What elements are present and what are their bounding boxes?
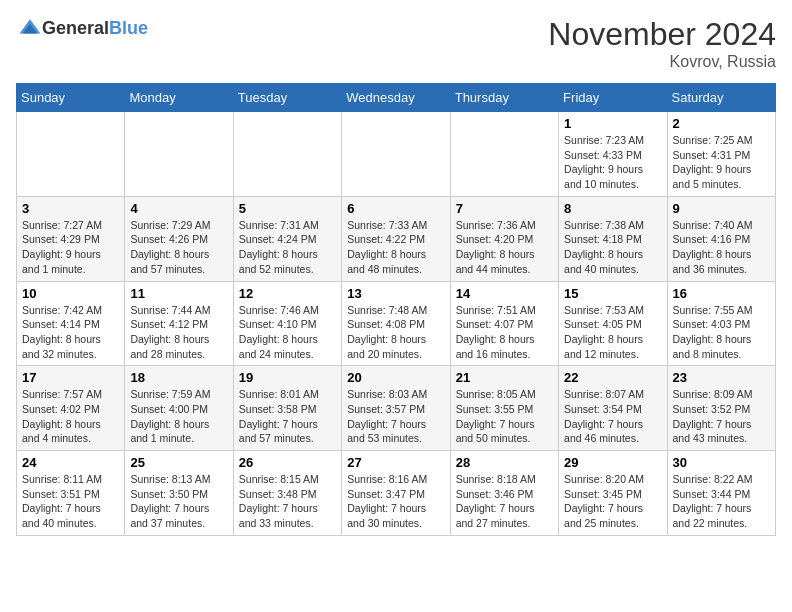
logo-blue: Blue xyxy=(109,18,148,38)
logo: GeneralBlue xyxy=(16,16,148,40)
day-info: Sunrise: 8:20 AM Sunset: 3:45 PM Dayligh… xyxy=(564,472,661,531)
month-title: November 2024 xyxy=(548,16,776,53)
table-row: 2Sunrise: 7:25 AM Sunset: 4:31 PM Daylig… xyxy=(667,112,775,197)
day-info: Sunrise: 7:44 AM Sunset: 4:12 PM Dayligh… xyxy=(130,303,227,362)
table-row: 25Sunrise: 8:13 AM Sunset: 3:50 PM Dayli… xyxy=(125,451,233,536)
col-wednesday: Wednesday xyxy=(342,84,450,112)
col-sunday: Sunday xyxy=(17,84,125,112)
table-row: 3Sunrise: 7:27 AM Sunset: 4:29 PM Daylig… xyxy=(17,196,125,281)
day-info: Sunrise: 7:29 AM Sunset: 4:26 PM Dayligh… xyxy=(130,218,227,277)
day-number: 24 xyxy=(22,455,119,470)
day-number: 25 xyxy=(130,455,227,470)
col-friday: Friday xyxy=(559,84,667,112)
day-info: Sunrise: 8:09 AM Sunset: 3:52 PM Dayligh… xyxy=(673,387,770,446)
day-number: 14 xyxy=(456,286,553,301)
table-row: 10Sunrise: 7:42 AM Sunset: 4:14 PM Dayli… xyxy=(17,281,125,366)
col-tuesday: Tuesday xyxy=(233,84,341,112)
table-row: 14Sunrise: 7:51 AM Sunset: 4:07 PM Dayli… xyxy=(450,281,558,366)
table-row: 15Sunrise: 7:53 AM Sunset: 4:05 PM Dayli… xyxy=(559,281,667,366)
table-row xyxy=(125,112,233,197)
table-row: 28Sunrise: 8:18 AM Sunset: 3:46 PM Dayli… xyxy=(450,451,558,536)
table-row: 27Sunrise: 8:16 AM Sunset: 3:47 PM Dayli… xyxy=(342,451,450,536)
day-info: Sunrise: 7:51 AM Sunset: 4:07 PM Dayligh… xyxy=(456,303,553,362)
col-saturday: Saturday xyxy=(667,84,775,112)
day-number: 21 xyxy=(456,370,553,385)
day-number: 26 xyxy=(239,455,336,470)
day-info: Sunrise: 8:11 AM Sunset: 3:51 PM Dayligh… xyxy=(22,472,119,531)
table-row: 12Sunrise: 7:46 AM Sunset: 4:10 PM Dayli… xyxy=(233,281,341,366)
table-row: 19Sunrise: 8:01 AM Sunset: 3:58 PM Dayli… xyxy=(233,366,341,451)
col-thursday: Thursday xyxy=(450,84,558,112)
day-info: Sunrise: 7:36 AM Sunset: 4:20 PM Dayligh… xyxy=(456,218,553,277)
day-info: Sunrise: 7:27 AM Sunset: 4:29 PM Dayligh… xyxy=(22,218,119,277)
day-info: Sunrise: 8:15 AM Sunset: 3:48 PM Dayligh… xyxy=(239,472,336,531)
day-info: Sunrise: 8:07 AM Sunset: 3:54 PM Dayligh… xyxy=(564,387,661,446)
table-row: 4Sunrise: 7:29 AM Sunset: 4:26 PM Daylig… xyxy=(125,196,233,281)
table-row: 9Sunrise: 7:40 AM Sunset: 4:16 PM Daylig… xyxy=(667,196,775,281)
logo-icon xyxy=(18,16,42,40)
day-number: 9 xyxy=(673,201,770,216)
day-number: 27 xyxy=(347,455,444,470)
day-info: Sunrise: 7:55 AM Sunset: 4:03 PM Dayligh… xyxy=(673,303,770,362)
day-number: 18 xyxy=(130,370,227,385)
calendar-week-row: 3Sunrise: 7:27 AM Sunset: 4:29 PM Daylig… xyxy=(17,196,776,281)
day-number: 6 xyxy=(347,201,444,216)
location-title: Kovrov, Russia xyxy=(548,53,776,71)
day-number: 7 xyxy=(456,201,553,216)
table-row: 6Sunrise: 7:33 AM Sunset: 4:22 PM Daylig… xyxy=(342,196,450,281)
day-number: 30 xyxy=(673,455,770,470)
day-number: 23 xyxy=(673,370,770,385)
table-row: 16Sunrise: 7:55 AM Sunset: 4:03 PM Dayli… xyxy=(667,281,775,366)
day-info: Sunrise: 7:57 AM Sunset: 4:02 PM Dayligh… xyxy=(22,387,119,446)
day-info: Sunrise: 7:46 AM Sunset: 4:10 PM Dayligh… xyxy=(239,303,336,362)
day-number: 15 xyxy=(564,286,661,301)
day-info: Sunrise: 8:03 AM Sunset: 3:57 PM Dayligh… xyxy=(347,387,444,446)
table-row: 7Sunrise: 7:36 AM Sunset: 4:20 PM Daylig… xyxy=(450,196,558,281)
table-row xyxy=(450,112,558,197)
calendar-week-row: 1Sunrise: 7:23 AM Sunset: 4:33 PM Daylig… xyxy=(17,112,776,197)
table-row: 21Sunrise: 8:05 AM Sunset: 3:55 PM Dayli… xyxy=(450,366,558,451)
day-info: Sunrise: 8:18 AM Sunset: 3:46 PM Dayligh… xyxy=(456,472,553,531)
table-row: 13Sunrise: 7:48 AM Sunset: 4:08 PM Dayli… xyxy=(342,281,450,366)
header: GeneralBlue November 2024 Kovrov, Russia xyxy=(16,16,776,71)
day-info: Sunrise: 7:23 AM Sunset: 4:33 PM Dayligh… xyxy=(564,133,661,192)
table-row: 30Sunrise: 8:22 AM Sunset: 3:44 PM Dayli… xyxy=(667,451,775,536)
day-number: 1 xyxy=(564,116,661,131)
logo-general: General xyxy=(42,18,109,38)
day-number: 20 xyxy=(347,370,444,385)
day-info: Sunrise: 8:13 AM Sunset: 3:50 PM Dayligh… xyxy=(130,472,227,531)
day-info: Sunrise: 7:25 AM Sunset: 4:31 PM Dayligh… xyxy=(673,133,770,192)
table-row xyxy=(17,112,125,197)
day-number: 29 xyxy=(564,455,661,470)
day-number: 17 xyxy=(22,370,119,385)
day-info: Sunrise: 7:53 AM Sunset: 4:05 PM Dayligh… xyxy=(564,303,661,362)
calendar-week-row: 10Sunrise: 7:42 AM Sunset: 4:14 PM Dayli… xyxy=(17,281,776,366)
table-row: 18Sunrise: 7:59 AM Sunset: 4:00 PM Dayli… xyxy=(125,366,233,451)
calendar-week-row: 24Sunrise: 8:11 AM Sunset: 3:51 PM Dayli… xyxy=(17,451,776,536)
day-number: 8 xyxy=(564,201,661,216)
day-info: Sunrise: 7:48 AM Sunset: 4:08 PM Dayligh… xyxy=(347,303,444,362)
calendar: Sunday Monday Tuesday Wednesday Thursday… xyxy=(16,83,776,536)
calendar-header-row: Sunday Monday Tuesday Wednesday Thursday… xyxy=(17,84,776,112)
table-row: 26Sunrise: 8:15 AM Sunset: 3:48 PM Dayli… xyxy=(233,451,341,536)
day-number: 10 xyxy=(22,286,119,301)
day-number: 2 xyxy=(673,116,770,131)
day-number: 28 xyxy=(456,455,553,470)
table-row: 23Sunrise: 8:09 AM Sunset: 3:52 PM Dayli… xyxy=(667,366,775,451)
table-row: 22Sunrise: 8:07 AM Sunset: 3:54 PM Dayli… xyxy=(559,366,667,451)
day-number: 13 xyxy=(347,286,444,301)
day-info: Sunrise: 7:59 AM Sunset: 4:00 PM Dayligh… xyxy=(130,387,227,446)
logo-text: GeneralBlue xyxy=(42,18,148,39)
table-row: 29Sunrise: 8:20 AM Sunset: 3:45 PM Dayli… xyxy=(559,451,667,536)
day-number: 3 xyxy=(22,201,119,216)
table-row xyxy=(342,112,450,197)
day-info: Sunrise: 7:31 AM Sunset: 4:24 PM Dayligh… xyxy=(239,218,336,277)
day-number: 12 xyxy=(239,286,336,301)
table-row: 5Sunrise: 7:31 AM Sunset: 4:24 PM Daylig… xyxy=(233,196,341,281)
table-row: 1Sunrise: 7:23 AM Sunset: 4:33 PM Daylig… xyxy=(559,112,667,197)
table-row: 8Sunrise: 7:38 AM Sunset: 4:18 PM Daylig… xyxy=(559,196,667,281)
table-row: 11Sunrise: 7:44 AM Sunset: 4:12 PM Dayli… xyxy=(125,281,233,366)
day-info: Sunrise: 7:40 AM Sunset: 4:16 PM Dayligh… xyxy=(673,218,770,277)
day-info: Sunrise: 8:01 AM Sunset: 3:58 PM Dayligh… xyxy=(239,387,336,446)
day-number: 22 xyxy=(564,370,661,385)
